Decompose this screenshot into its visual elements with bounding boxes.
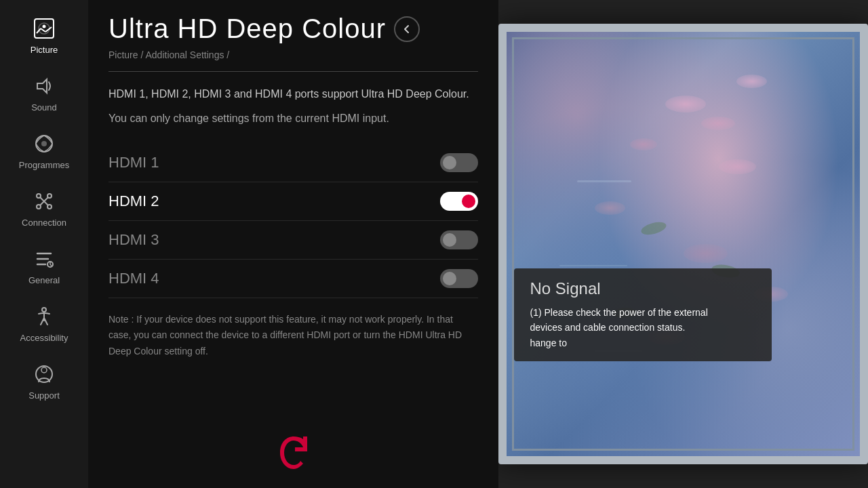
sub-description-text: You can only change settings from the cu… xyxy=(108,113,478,125)
sidebar-item-general[interactable]: General xyxy=(0,239,88,293)
no-signal-text: (1) Please check the power of the extern… xyxy=(530,305,755,350)
hdmi1-row: HDMI 1 xyxy=(108,144,478,182)
support-icon xyxy=(32,362,56,386)
hdmi4-toggle-track xyxy=(440,269,478,288)
note-text: Note : If your device does not support t… xyxy=(108,312,478,360)
lg-logo xyxy=(275,434,313,472)
sidebar-label-sound: Sound xyxy=(31,102,57,113)
sidebar-item-programmes[interactable]: Programmes xyxy=(0,123,88,178)
sound-icon xyxy=(32,74,56,98)
sidebar-label-programmes: Programmes xyxy=(19,160,69,170)
svg-marker-6 xyxy=(37,79,47,93)
sidebar-item-support[interactable]: Support xyxy=(0,354,88,409)
page-title: Ultra HD Deep Colour xyxy=(108,14,386,44)
accessibility-icon xyxy=(32,304,56,329)
picture-icon xyxy=(32,16,56,41)
svg-point-14 xyxy=(42,308,46,312)
hdmi2-row: HDMI 2 xyxy=(108,182,478,221)
back-button[interactable] xyxy=(394,16,420,42)
hdmi1-label: HDMI 1 xyxy=(108,154,159,171)
breadcrumb: Picture / Additional Settings / xyxy=(108,49,478,60)
hdmi4-label: HDMI 4 xyxy=(108,270,159,287)
sidebar-label-support: Support xyxy=(28,390,60,401)
hdmi2-toggle[interactable] xyxy=(440,192,478,211)
hdmi3-label: HDMI 3 xyxy=(108,231,159,249)
painting-background xyxy=(507,32,860,456)
settings-panel: Ultra HD Deep Colour Picture / Additiona… xyxy=(88,0,498,488)
lg-logo-area xyxy=(275,434,313,474)
sidebar-label-accessibility: Accessibility xyxy=(20,333,68,343)
description-text: HDMI 1, HDMI 2, HDMI 3 and HDMI 4 ports … xyxy=(108,85,478,103)
sidebar-item-connection[interactable]: Connection xyxy=(0,181,88,236)
hdmi2-toggle-thumb xyxy=(462,195,475,208)
sidebar-label-connection: Connection xyxy=(22,218,66,228)
no-signal-title: No Signal xyxy=(530,279,755,298)
hdmi3-toggle-track xyxy=(440,230,478,249)
tv-frame: No Signal (1) Please check the power of … xyxy=(498,24,868,464)
general-icon xyxy=(32,247,56,271)
connection-icon xyxy=(32,189,56,214)
sidebar-item-sound[interactable]: Sound xyxy=(0,66,88,121)
sidebar-item-accessibility[interactable]: Accessibility xyxy=(0,296,88,351)
svg-point-16 xyxy=(41,367,47,373)
hdmi4-toggle-thumb xyxy=(443,272,456,285)
hdmi3-toggle-thumb xyxy=(443,233,456,247)
sidebar-label-picture: Picture xyxy=(31,45,58,55)
hdmi4-toggle[interactable] xyxy=(440,269,478,288)
svg-point-8 xyxy=(41,141,47,146)
sidebar: Picture Sound Programmes xyxy=(0,0,88,488)
hdmi1-toggle-track xyxy=(440,153,478,172)
hdmi3-row: HDMI 3 xyxy=(108,221,478,260)
hdmi4-row: HDMI 4 xyxy=(108,260,478,298)
hdmi1-toggle-thumb xyxy=(443,156,456,169)
svg-point-15 xyxy=(36,366,52,382)
svg-line-3 xyxy=(41,28,45,32)
tv-preview-panel: No Signal (1) Please check the power of … xyxy=(498,0,868,488)
hdmi2-label: HDMI 2 xyxy=(108,192,159,210)
no-signal-overlay: No Signal (1) Please check the power of … xyxy=(514,268,772,361)
sidebar-label-general: General xyxy=(28,275,60,285)
hdmi2-toggle-track xyxy=(440,192,478,211)
sidebar-item-picture[interactable]: Picture xyxy=(0,8,88,63)
header-row: Ultra HD Deep Colour xyxy=(108,14,478,44)
programmes-icon xyxy=(32,131,56,156)
hdmi1-toggle[interactable] xyxy=(440,153,478,172)
hdmi3-toggle[interactable] xyxy=(440,230,478,249)
divider xyxy=(108,71,478,72)
svg-point-1 xyxy=(43,25,46,28)
